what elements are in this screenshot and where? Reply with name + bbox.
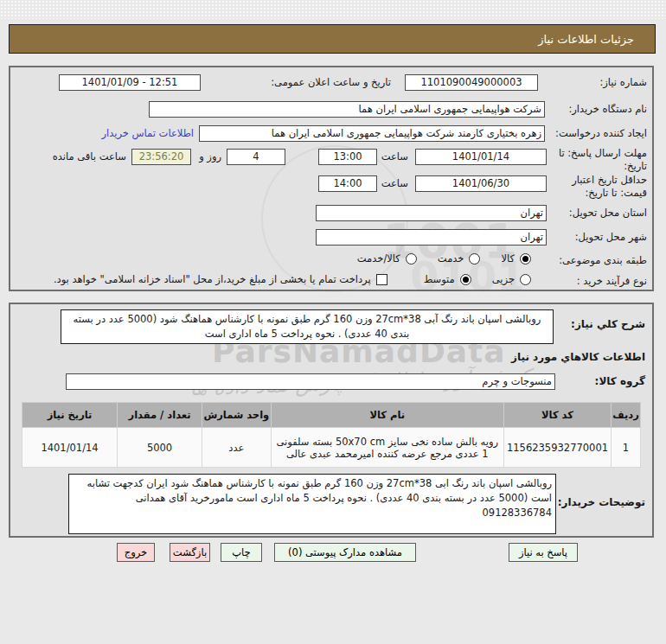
radio-goods-service[interactable] <box>406 253 417 265</box>
radio-goods[interactable] <box>520 253 531 265</box>
hours-remaining-label: ساعت باقی مانده <box>53 150 126 163</box>
goods-group-label: گروه کالا: <box>595 375 645 388</box>
radio-medium-label: متوسط <box>424 273 455 285</box>
validity-hour-label: ساعت <box>381 177 408 190</box>
need-summary-panel: 1001 0101 شماره نیاز: 1101090049000003 ت… <box>9 66 654 291</box>
col-goods-code: کد کالا <box>503 403 611 428</box>
col-goods-name: نام کالا <box>271 403 503 428</box>
col-need-date: تاریخ نیاز <box>22 403 118 428</box>
purchase-process-label: نوع فرآیند خرید : <box>577 275 647 288</box>
buyer-org-label: نام دستگاه خریدار: <box>568 103 647 116</box>
need-number-label: شماره نیاز: <box>599 76 647 89</box>
cell-row-number: 1 <box>612 428 641 468</box>
delivery-city-label: شهر محل تحویل: <box>575 231 647 244</box>
goods-table-header-row: ردیف کد کالا نام کالا واحد شمارش تعداد /… <box>22 403 641 428</box>
goods-table-row: 1 1156235932770001 رویه بالش ساده نخی سا… <box>22 428 641 468</box>
days-and-label: روز و <box>199 150 221 163</box>
deadline-date-field[interactable]: 1401/01/14 <box>415 149 547 165</box>
top-texture-strip <box>0 0 666 19</box>
classification-label: طبقه بندی موضوعی: <box>559 254 647 267</box>
validity-date-field[interactable]: 1401/06/30 <box>415 175 547 192</box>
radio-service[interactable] <box>469 253 480 265</box>
buyer-org-field[interactable]: شرکت هواپیمایی جمهوری اسلامی ایران هما <box>149 101 545 118</box>
treasury-checkbox-label: پرداخت تمام یا بخشی از مبلغ خرید،از محل … <box>54 273 371 285</box>
announce-datetime-label: تاریخ و ساعت اعلان عمومی: <box>271 76 391 89</box>
days-remaining-field: 4 <box>227 149 285 165</box>
response-deadline-label: مهلت ارسال پاسخ: تا تاریخ: <box>550 147 647 173</box>
reply-to-need-button[interactable]: پاسخ به نیاز <box>509 543 578 562</box>
delivery-province-field[interactable]: تهران <box>316 205 547 221</box>
buyer-notes-label: توضیحات خریدار: <box>558 496 645 509</box>
page-title-bar: جزئیات اطلاعات نیاز <box>9 24 656 54</box>
classification-options: کالا خدمت کالا/خدمت <box>357 252 531 265</box>
buyer-contact-link[interactable]: اطلاعات تماس خریدار <box>101 125 194 142</box>
exit-button[interactable]: خروج <box>117 543 155 562</box>
radio-medium[interactable] <box>460 274 471 285</box>
radio-goods-service-label: کالا/خدمت <box>357 252 400 265</box>
goods-group-field[interactable]: منسوجات و چرم <box>66 373 555 390</box>
goods-info-header: اطلاعات کالاهاي مورد نیاز <box>511 351 645 363</box>
cell-quantity: 5000 <box>118 428 202 468</box>
view-attached-docs-button[interactable]: مشاهده مدارک پیوستی (0) <box>274 543 416 562</box>
treasury-checkbox[interactable] <box>376 274 387 285</box>
deadline-hour-label: ساعت <box>381 150 408 163</box>
back-button[interactable]: بازگشت <box>170 543 210 562</box>
buyer-notes-box: روبالشی اسپان باند رنگ ابی 38*27cm وزن 1… <box>68 474 556 534</box>
request-creator-label: ایجاد کننده درخواست: <box>555 127 647 140</box>
cell-goods-code: 1156235932770001 <box>503 428 611 468</box>
cell-unit: عدد <box>202 428 272 468</box>
radio-service-label: خدمت <box>438 252 464 265</box>
page-title: جزئیات اطلاعات نیاز <box>538 33 634 46</box>
cell-goods-name: رویه بالش ساده نخی سایز 50x70 cm بسته سل… <box>271 428 503 468</box>
validity-time-field[interactable]: 14:00 <box>318 175 377 192</box>
delivery-city-field[interactable]: تهران <box>316 229 547 245</box>
announce-datetime-field[interactable]: 1401/01/09 - 12:51 <box>59 74 201 91</box>
deadline-time-field[interactable]: 13:00 <box>318 149 377 165</box>
need-details-panel: شرح کلي نیاز: روبالشی اسپان باند رنگ آبی… <box>9 303 654 538</box>
radio-goods-label: کالا <box>501 252 515 265</box>
page: { "title_bar": { "title": "جزئیات اطلاعا… <box>0 0 666 644</box>
request-creator-field[interactable]: زهره بختیاری کارمند شرکت هواپیمایی جمهور… <box>199 125 545 142</box>
need-description-box: روبالشی اسپان باند رنگ آبی 38*27cm وزن 1… <box>61 309 554 344</box>
countdown-field: 23:56:20 <box>131 149 191 165</box>
price-validity-label: حداقل تاریخ اعتبار قیمت: تا تاریخ: <box>550 174 647 200</box>
purchase-process-options: جزیی متوسط پرداخت تمام یا بخشی از مبلغ خ… <box>54 273 531 285</box>
col-quantity: تعداد / مقدار <box>118 403 202 428</box>
print-button[interactable]: چاپ <box>221 543 262 562</box>
goods-table: ردیف کد کالا نام کالا واحد شمارش تعداد /… <box>22 402 641 468</box>
col-row-number: ردیف <box>612 403 641 428</box>
col-unit: واحد شمارش <box>202 403 272 428</box>
radio-partial-label: جزیی <box>492 273 515 285</box>
delivery-province-label: استان محل تحویل: <box>569 207 647 220</box>
radio-partial[interactable] <box>520 274 531 285</box>
need-description-label: شرح کلي نیاز: <box>571 318 645 331</box>
cell-need-date: 1401/01/14 <box>22 428 118 468</box>
need-number-field[interactable]: 1101090049000003 <box>405 74 538 91</box>
